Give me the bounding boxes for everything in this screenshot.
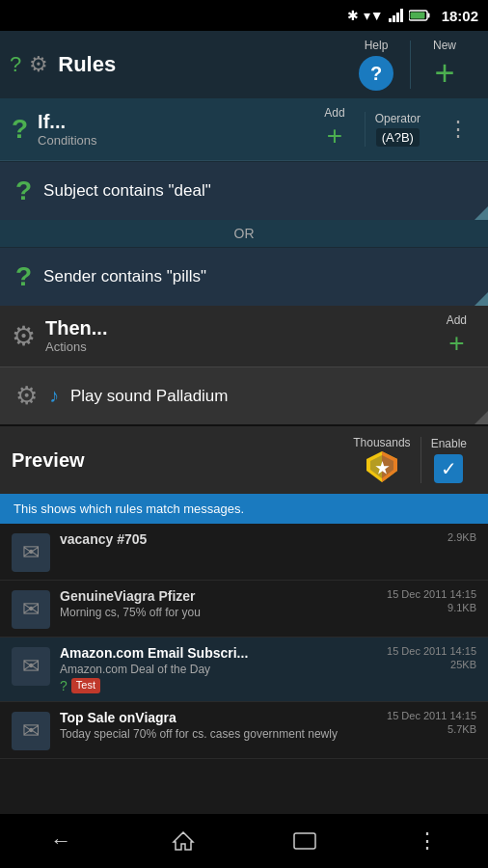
svg-rect-0 — [389, 18, 392, 22]
email-body: Amazon.com Email Subscri... Amazon.com D… — [60, 645, 377, 693]
then-subtitle: Actions — [45, 339, 427, 354]
condition-icon: ? — [15, 261, 32, 292]
settings-icon: ⚙ — [29, 52, 48, 77]
email-sender: Amazon.com Email Subscri... — [60, 645, 377, 661]
email-item[interactable]: ✉ vacancy #705 2.9KB — [0, 524, 488, 581]
action-row[interactable]: ⚙ ♪ Play sound Palladium — [0, 366, 488, 424]
status-icons: ✱ ▾▼ — [347, 8, 430, 23]
recent-icon — [293, 832, 316, 850]
envelope-icon: ✉ — [22, 540, 40, 565]
email-avatar: ✉ — [12, 533, 50, 572]
email-meta: 2.9KB — [447, 531, 476, 543]
svg-text:★: ★ — [375, 460, 390, 476]
condition-text: Sender contains "pills" — [43, 267, 473, 286]
more-button[interactable]: ⋮ — [389, 814, 466, 868]
svg-marker-11 — [174, 832, 193, 850]
check-icon: ✓ — [441, 457, 457, 480]
help-button[interactable]: Help ? — [342, 31, 410, 98]
add-condition-icon: + — [327, 120, 342, 152]
home-icon — [172, 830, 195, 852]
preview-section: Preview Thousands ★ Enable ✓ This shows … — [0, 424, 488, 524]
email-subject: Today special 70% off for cs. cases gove… — [60, 727, 377, 741]
if-title-group: If... Conditions — [38, 111, 305, 148]
question-mark-icon: ? — [10, 52, 21, 77]
signal-icon — [389, 9, 404, 22]
operator-button[interactable]: Operator (A?B) — [365, 112, 430, 147]
back-button[interactable]: ← — [22, 814, 99, 868]
email-item[interactable]: ✉ Top Sale onViagra Today special 70% of… — [0, 702, 488, 759]
email-size: 9.1KB — [447, 602, 476, 613]
email-sender: GenuineViagra Pfizer — [60, 588, 377, 604]
back-icon: ← — [50, 828, 71, 854]
email-body: Top Sale onViagra Today special 70% off … — [60, 710, 377, 741]
tag-test: Test — [71, 678, 100, 693]
envelope-icon: ✉ — [22, 597, 40, 622]
action-music-icon: ♪ — [49, 385, 59, 407]
enable-label: Enable — [431, 437, 467, 450]
email-subject: Amazon.com Deal of the Day — [60, 663, 377, 676]
then-title-group: Then... Actions — [45, 317, 427, 354]
email-meta: 15 Dec 2011 14:15 5.7KB — [387, 710, 476, 735]
enable-button[interactable]: Enable ✓ — [420, 437, 476, 483]
new-plus-icon: + — [434, 56, 454, 91]
add-action-label: Add — [447, 313, 467, 327]
then-header: ⚙ Then... Actions Add + — [0, 306, 488, 367]
operator-label: Operator — [375, 112, 420, 125]
corner-arrow-icon — [474, 206, 488, 220]
email-item[interactable]: ✉ Amazon.com Email Subscri... Amazon.com… — [0, 637, 488, 702]
email-meta: 15 Dec 2011 14:15 25KB — [387, 645, 476, 670]
if-header: ? If... Conditions Add + Operator (A?B) … — [0, 98, 488, 160]
new-label: New — [433, 39, 456, 52]
help-icon: ? — [359, 56, 393, 91]
email-subject: Morning cs, 75% off for you — [60, 606, 377, 619]
svg-rect-1 — [393, 15, 395, 22]
recent-button[interactable] — [266, 814, 343, 868]
if-question-icon: ? — [12, 114, 28, 145]
condition-icon: ? — [15, 176, 32, 206]
action-text: Play sound Palladium — [70, 387, 473, 406]
preview-hint: This shows which rules match messages. — [0, 494, 488, 524]
thousands-button[interactable]: Thousands ★ — [343, 436, 420, 484]
email-avatar: ✉ — [12, 590, 50, 629]
add-condition-button[interactable]: Add + — [314, 106, 354, 152]
corner-arrow-icon — [474, 292, 488, 306]
wifi-icon: ▾▼ — [364, 8, 384, 23]
email-date: 15 Dec 2011 14:15 — [387, 710, 476, 721]
svg-rect-12 — [294, 833, 315, 849]
svg-rect-5 — [427, 14, 429, 18]
home-button[interactable] — [145, 814, 222, 868]
status-bar: ✱ ▾▼ 18:02 — [0, 0, 488, 31]
status-time: 18:02 — [442, 8, 478, 24]
then-title: Then... — [45, 317, 427, 339]
then-gear-icon: ⚙ — [12, 320, 36, 352]
svg-rect-2 — [396, 13, 399, 22]
svg-rect-6 — [410, 13, 424, 19]
operator-value: (A?B) — [376, 128, 420, 147]
then-section: ⚙ Then... Actions Add + — [0, 306, 488, 367]
email-date: 15 Dec 2011 14:15 — [387, 645, 476, 657]
email-size: 25KB — [450, 659, 476, 670]
battery-icon — [409, 10, 430, 21]
enable-checkbox[interactable]: ✓ — [434, 454, 463, 483]
new-button[interactable]: New + — [411, 31, 478, 98]
help-label: Help — [365, 39, 389, 52]
bottom-nav: ← ⋮ — [0, 814, 488, 868]
shield-icon: ★ — [365, 449, 399, 484]
condition-text: Subject contains "deal" — [43, 181, 473, 201]
preview-header: Preview Thousands ★ Enable ✓ — [0, 426, 488, 494]
email-sender: Top Sale onViagra — [60, 710, 377, 725]
bluetooth-icon: ✱ — [347, 8, 359, 23]
email-tags: ? Test — [60, 678, 377, 693]
action-bar: ? ⚙ Rules Help ? New + — [0, 31, 488, 98]
condition-row[interactable]: ? Sender contains "pills" — [0, 247, 488, 306]
email-list: ✉ vacancy #705 2.9KB ✉ GenuineViagra Pfi… — [0, 524, 488, 759]
email-avatar: ✉ — [12, 712, 50, 750]
email-avatar: ✉ — [12, 647, 50, 686]
if-section: ? If... Conditions Add + Operator (A?B) … — [0, 98, 488, 161]
if-more-button[interactable]: ⋮ — [440, 117, 476, 142]
add-condition-label: Add — [324, 106, 344, 120]
if-subtitle: Conditions — [38, 133, 305, 148]
email-item[interactable]: ✉ GenuineViagra Pfizer Morning cs, 75% o… — [0, 581, 488, 637]
condition-row[interactable]: ? Subject contains "deal" — [0, 161, 488, 220]
add-action-button[interactable]: Add + — [437, 313, 476, 360]
